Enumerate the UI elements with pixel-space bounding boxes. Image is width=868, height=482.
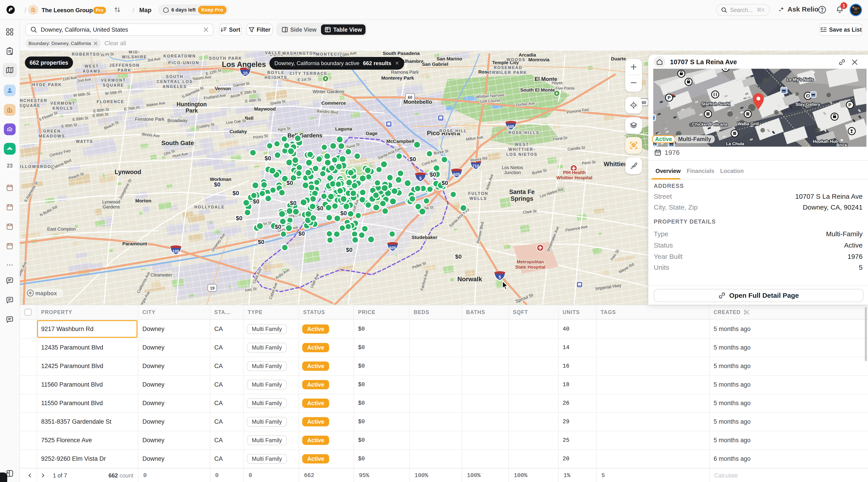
svg-text:$0: $0 bbox=[430, 171, 436, 178]
svg-text:Alhambra: Alhambra bbox=[402, 59, 424, 64]
svg-text:19: 19 bbox=[210, 286, 215, 291]
svg-text:17: 17 bbox=[656, 152, 659, 155]
svg-text:605: 605 bbox=[389, 246, 396, 250]
svg-text:Hookah Hub: Hookah Hub bbox=[813, 139, 838, 144]
svg-text:Los NietosJunction: Los NietosJunction bbox=[502, 165, 523, 175]
svg-text:FLORENCE: FLORENCE bbox=[97, 99, 124, 104]
svg-text:PICO-UNION: PICO-UNION bbox=[168, 61, 199, 65]
svg-text:$0: $0 bbox=[214, 181, 221, 188]
svg-text:WILLOWBROOK: WILLOWBROOK bbox=[20, 164, 55, 169]
svg-text:mapbox: mapbox bbox=[35, 290, 57, 296]
svg-text:ROSE HILL: ROSE HILL bbox=[439, 129, 467, 133]
svg-text:Los Angeles: Los Angeles bbox=[222, 60, 266, 68]
svg-text:Maywood: Maywood bbox=[254, 106, 276, 112]
svg-text:Gage: Gage bbox=[366, 131, 378, 136]
svg-text:5: 5 bbox=[499, 275, 501, 279]
svg-text:$0: $0 bbox=[317, 205, 323, 212]
svg-text:$0: $0 bbox=[298, 230, 305, 237]
svg-text:$0: $0 bbox=[410, 156, 416, 162]
svg-text:Bell: Bell bbox=[245, 116, 254, 121]
svg-text:Brick: Brick bbox=[836, 143, 847, 147]
svg-text:McCampbell: McCampbell bbox=[386, 139, 414, 144]
svg-text:KOREATOWN: KOREATOWN bbox=[163, 54, 196, 58]
svg-text:Ramona Park: Ramona Park bbox=[391, 70, 419, 74]
svg-text:WOODS: WOODS bbox=[506, 57, 526, 62]
svg-text:SOUTH PARK: SOUTH PARK bbox=[209, 56, 242, 61]
svg-text:Firestone Park: Firestone Park bbox=[135, 117, 164, 122]
svg-text:South Pasadena: South Pasadena bbox=[383, 51, 420, 56]
svg-text:Clearwater: Clearwater bbox=[151, 272, 173, 277]
svg-text:Commerce: Commerce bbox=[321, 100, 346, 106]
svg-text:Bell Gardens: Bell Gardens bbox=[287, 132, 322, 139]
svg-text:105: 105 bbox=[173, 249, 179, 254]
svg-text:San Marino: San Marino bbox=[436, 56, 462, 61]
svg-text:Lynwood: Lynwood bbox=[115, 169, 141, 175]
svg-text:San Gabriel: San Gabriel bbox=[422, 61, 448, 67]
svg-text:$0: $0 bbox=[340, 210, 347, 217]
svg-text:$0: $0 bbox=[232, 190, 239, 197]
svg-text:Montebello: Montebello bbox=[403, 99, 432, 105]
svg-text:MetropolitanState Hospital: MetropolitanState Hospital bbox=[515, 259, 545, 270]
svg-text:$0: $0 bbox=[346, 246, 352, 253]
svg-text:ROBERTSON: ROBERTSON bbox=[72, 52, 103, 57]
svg-text:Vernon: Vernon bbox=[215, 86, 231, 91]
svg-text:$0: $0 bbox=[253, 198, 259, 205]
svg-text:Arcadia: Arcadia bbox=[519, 52, 536, 57]
svg-text:Starfish Sushi: Starfish Sushi bbox=[701, 101, 730, 106]
svg-text:CITY TERRACE: CITY TERRACE bbox=[289, 71, 328, 76]
svg-text:WaBa Grill: WaBa Grill bbox=[737, 121, 759, 126]
svg-text:South El Monte: South El Monte bbox=[520, 87, 555, 92]
svg-text:$0: $0 bbox=[258, 239, 265, 245]
svg-text:HOLLYDALE: HOLLYDALE bbox=[194, 205, 225, 209]
svg-text:$0: $0 bbox=[290, 200, 297, 206]
svg-text:10: 10 bbox=[243, 71, 248, 76]
svg-text:$0: $0 bbox=[265, 155, 271, 162]
svg-text:WASHINGTON: WASHINGTON bbox=[282, 51, 317, 56]
svg-text:Five Points: Five Points bbox=[556, 86, 575, 90]
svg-text:La Chula: La Chula bbox=[726, 141, 744, 146]
svg-text:VALLEY: VALLEY bbox=[265, 51, 285, 55]
svg-text:Winter Gardens: Winter Gardens bbox=[313, 89, 344, 94]
svg-text:605: 605 bbox=[507, 125, 514, 129]
svg-text:Chicken Pelicana: Chicken Pelicana bbox=[692, 122, 727, 127]
svg-text:$0: $0 bbox=[455, 253, 462, 260]
svg-text:Stay Gallery: Stay Gallery bbox=[796, 102, 820, 107]
svg-text:710: 710 bbox=[472, 164, 479, 169]
svg-text:South Gate: South Gate bbox=[161, 140, 194, 147]
svg-text:Le My's Nails: Le My's Nails bbox=[786, 77, 814, 82]
svg-text:Broadway: Broadway bbox=[167, 118, 188, 123]
svg-text:60: 60 bbox=[642, 100, 646, 105]
svg-text:Monterey Park: Monterey Park bbox=[381, 75, 414, 81]
svg-text:$0: $0 bbox=[287, 180, 293, 186]
svg-text:Studebaker: Studebaker bbox=[412, 235, 437, 240]
svg-text:P: P bbox=[848, 102, 851, 108]
svg-text:Laguna: Laguna bbox=[335, 126, 352, 131]
svg-text:Duarte: Duarte bbox=[611, 56, 626, 61]
svg-text:Whittier: Whittier bbox=[604, 161, 627, 168]
svg-text:WATTS: WATTS bbox=[76, 139, 93, 144]
svg-text:Santa FeSprings: Santa FeSprings bbox=[509, 188, 535, 202]
svg-text:605: 605 bbox=[453, 172, 460, 177]
svg-text:Monrovia: Monrovia bbox=[528, 57, 550, 62]
svg-text:Workman: Workman bbox=[210, 177, 231, 182]
svg-text:Paramount: Paramount bbox=[122, 241, 147, 246]
svg-text:LynwoodGardens: LynwoodGardens bbox=[102, 200, 120, 209]
svg-text:Cudahy: Cudahy bbox=[229, 129, 247, 134]
svg-text:HYDE PARK: HYDE PARK bbox=[32, 83, 62, 87]
svg-text:East Compton: East Compton bbox=[47, 227, 76, 232]
svg-text:5: 5 bbox=[419, 176, 422, 181]
svg-text:$0: $0 bbox=[236, 215, 243, 221]
svg-text:ROSE HILLS: ROSE HILLS bbox=[508, 130, 539, 135]
svg-text:Morton: Morton bbox=[135, 198, 151, 203]
svg-text:Norwalk: Norwalk bbox=[458, 276, 482, 282]
svg-text:Hayes: Hayes bbox=[552, 81, 563, 85]
svg-text:$0: $0 bbox=[275, 223, 281, 230]
svg-text:$0: $0 bbox=[442, 180, 448, 186]
svg-text:P: P bbox=[668, 95, 671, 100]
